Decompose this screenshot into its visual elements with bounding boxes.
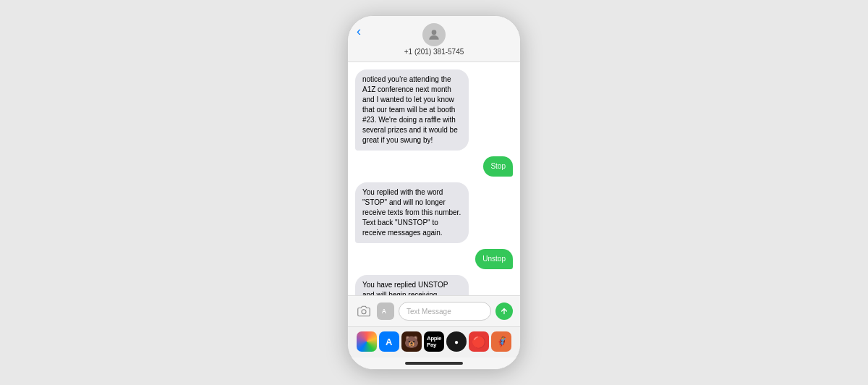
dock-icon-applepay[interactable]: ApplePay xyxy=(424,331,444,352)
dock-icon-qr[interactable]: 🔴 xyxy=(469,331,489,352)
svg-text:A: A xyxy=(382,308,387,315)
message-bubble-incoming-3: You replied with the word "STOP" and wil… xyxy=(355,182,469,243)
home-bar xyxy=(405,362,463,365)
message-bubble-incoming-5: You have replied UNSTOP and will begin r… xyxy=(355,275,469,295)
avatar xyxy=(422,23,446,46)
dock-icon-bear[interactable]: 🐻 xyxy=(401,331,422,352)
contact-phone-number: +1 (201) 381-5745 xyxy=(404,48,464,56)
appstore-button[interactable]: A xyxy=(377,302,394,320)
message-text-2: Stop xyxy=(490,162,506,170)
messages-area: noticed you're attending the A1Z confere… xyxy=(348,62,520,295)
message-bubble-outgoing-2: Stop xyxy=(483,156,513,177)
back-button[interactable]: ‹ xyxy=(357,25,361,38)
message-row-4: Unstop xyxy=(355,249,513,269)
home-indicator xyxy=(348,358,520,369)
message-text-3: You replied with the word "STOP" and wil… xyxy=(362,188,461,237)
message-bubble-outgoing-4: Unstop xyxy=(475,249,513,269)
dock-icon-marvel[interactable]: 🦸 xyxy=(491,331,511,352)
message-text-1: noticed you're attending the A1Z confere… xyxy=(362,75,458,144)
message-placeholder: Text Message xyxy=(407,308,451,316)
input-bar: A Text Message xyxy=(348,295,520,326)
message-row-5: You have replied UNSTOP and will begin r… xyxy=(355,275,513,295)
message-input[interactable]: Text Message xyxy=(399,302,491,321)
message-bubble-incoming-1: noticed you're attending the A1Z confere… xyxy=(355,69,469,151)
dock-icon-music[interactable]: ● xyxy=(446,331,467,352)
dock-icon-appstore[interactable]: A xyxy=(379,331,399,352)
dock-icon-photos[interactable] xyxy=(357,331,377,352)
chat-header: ‹ +1 (201) 381-5745 xyxy=(348,16,520,62)
message-text-4: Unstop xyxy=(482,255,506,263)
svg-point-1 xyxy=(362,310,366,314)
camera-button[interactable] xyxy=(355,302,373,320)
message-text-5: You have replied UNSTOP and will begin r… xyxy=(362,281,448,295)
message-row-1: noticed you're attending the A1Z confere… xyxy=(355,69,513,151)
app-dock: A 🐻 ApplePay ● 🔴 🦸 xyxy=(348,326,520,358)
message-row-3: You replied with the word "STOP" and wil… xyxy=(355,182,513,243)
phone-frame: ‹ +1 (201) 381-5745 noticed you're atten… xyxy=(347,15,521,370)
message-row-2: Stop xyxy=(355,156,513,177)
send-button[interactable] xyxy=(495,302,513,320)
svg-point-0 xyxy=(432,30,437,35)
